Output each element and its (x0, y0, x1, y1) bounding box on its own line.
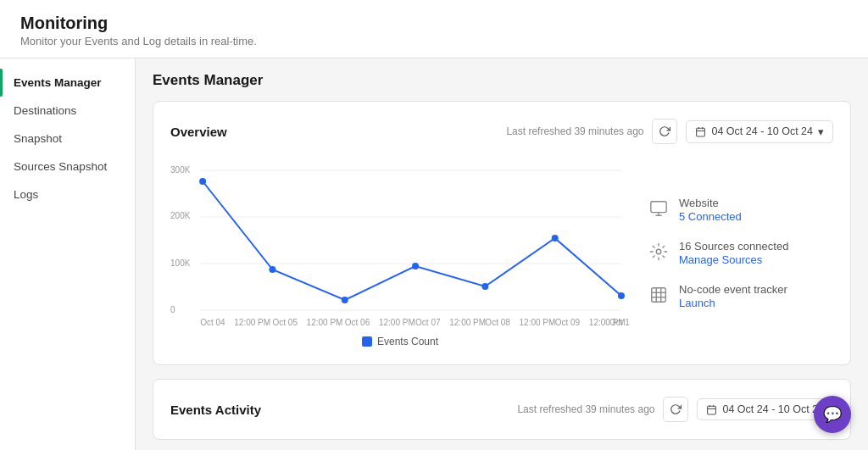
info-website: Website 5 Connected (647, 197, 833, 223)
chart-line (203, 181, 621, 300)
info-sources: 16 Sources connected Manage Sources (647, 240, 833, 266)
sidebar-item-sources-snapshot[interactable]: Sources Snapshot (0, 153, 135, 181)
x-oct09: Oct 09 (555, 318, 581, 327)
overview-title: Overview (170, 125, 227, 139)
sources-icon (647, 240, 670, 264)
x-1200-2: 12:00 PM (307, 318, 343, 327)
main-content: Events Manager Overview Last refreshed 3… (136, 58, 868, 450)
page-heading: Monitoring (20, 14, 848, 33)
svg-rect-8 (651, 201, 666, 212)
chart-dot-5 (481, 283, 488, 290)
overview-controls: Last refreshed 39 minutes ago (506, 119, 833, 144)
manage-sources-link[interactable]: Manage Sources (679, 253, 762, 266)
page-title: Events Manager (153, 72, 851, 89)
activity-refresh-text: Last refreshed 39 minutes ago (517, 403, 654, 415)
launch-link[interactable]: Launch (679, 297, 715, 309)
chart-container: 300K 200K 100K 0 Oct 04 12:00 PM (170, 158, 630, 347)
x-oct06: Oct 06 (345, 318, 370, 327)
svg-rect-12 (652, 287, 666, 302)
overview-card: Overview Last refreshed 39 minutes ago (153, 101, 851, 365)
line-chart: 300K 200K 100K 0 Oct 04 12:00 PM (170, 158, 630, 327)
activity-refresh-icon (670, 403, 682, 415)
chart-dot-4 (412, 263, 419, 269)
x-oct04: Oct 04 (200, 318, 225, 327)
main-layout: Events Manager Destinations Snapshot Sou… (0, 58, 868, 450)
activity-date-picker[interactable]: 04 Oct 24 - 10 Oct 24 (697, 398, 833, 420)
tracker-info-text: No-code event tracker Launch (679, 283, 833, 309)
overview-body: 300K 200K 100K 0 Oct 04 12:00 PM (170, 158, 833, 347)
svg-rect-0 (697, 128, 705, 136)
page-subtitle: Monitor your Events and Log details in r… (20, 35, 848, 47)
chart-area: 300K 200K 100K 0 Oct 04 12:00 PM (170, 158, 630, 327)
chevron-down-icon: ▾ (818, 125, 824, 138)
x-1200-5: 12:00 PM (520, 318, 556, 327)
chat-icon: 💬 (823, 405, 842, 424)
x-oct05: Oct 05 (272, 318, 298, 327)
sidebar-item-events-manager[interactable]: Events Manager (0, 69, 135, 97)
svg-rect-17 (708, 406, 716, 414)
sidebar-item-logs[interactable]: Logs (0, 181, 135, 208)
overview-date-range: 04 Oct 24 - 10 Oct 24 (711, 125, 813, 137)
x-oct10: Oct 10 (609, 318, 630, 327)
x-1200-4: 12:00 PM (449, 318, 486, 327)
x-1200-3: 12:00 PM (379, 318, 415, 327)
chat-fab[interactable]: 💬 (814, 396, 851, 433)
legend-label: Events Count (377, 336, 438, 347)
sources-info-text: 16 Sources connected Manage Sources (679, 240, 833, 266)
overview-card-header: Overview Last refreshed 39 minutes ago (170, 119, 833, 144)
monitor-icon (647, 197, 670, 220)
sidebar: Events Manager Destinations Snapshot Sou… (0, 58, 136, 450)
chart-dot-6 (552, 235, 559, 242)
info-tracker: No-code event tracker Launch (647, 283, 833, 309)
calendar-icon (695, 126, 706, 137)
overview-refresh-button[interactable] (652, 119, 677, 144)
legend-dot (362, 336, 372, 347)
chart-dot-7 (618, 292, 625, 299)
chart-legend: Events Count (170, 336, 630, 347)
activity-refresh-button[interactable] (663, 397, 688, 422)
chart-dot-2 (269, 266, 275, 273)
y-label-300k: 300K (170, 165, 191, 175)
activity-controls: Last refreshed 39 minutes ago (517, 397, 833, 422)
tracker-label: No-code event tracker (679, 283, 833, 296)
y-label-100k: 100K (170, 258, 191, 268)
chart-info-sidebar: Website 5 Connected 16 Sources co (647, 158, 833, 347)
activity-card: Events Activity Last refreshed 39 minute… (153, 379, 851, 440)
website-info-text: Website 5 Connected (679, 197, 833, 223)
x-oct08: Oct 08 (485, 318, 510, 327)
activity-date-range: 04 Oct 24 - 10 Oct 24 (722, 403, 824, 415)
x-1200-1: 12:00 PM (234, 318, 270, 327)
sources-label: 16 Sources connected (679, 240, 833, 253)
svg-point-11 (656, 249, 661, 254)
website-label: Website (679, 197, 833, 209)
activity-calendar-icon (706, 404, 717, 415)
activity-title: Events Activity (170, 403, 261, 417)
sidebar-item-snapshot[interactable]: Snapshot (0, 125, 135, 153)
y-label-200k: 200K (170, 211, 191, 220)
refresh-icon (659, 125, 670, 137)
chart-dot-1 (199, 178, 206, 185)
website-connected-link[interactable]: 5 Connected (679, 210, 742, 223)
x-oct07: Oct 07 (415, 318, 441, 327)
overview-refresh-text: Last refreshed 39 minutes ago (506, 125, 643, 137)
y-label-0: 0 (170, 305, 175, 314)
tracker-icon (647, 283, 670, 307)
sidebar-item-destinations[interactable]: Destinations (0, 97, 135, 125)
overview-date-picker[interactable]: 04 Oct 24 - 10 Oct 24 ▾ (686, 120, 833, 143)
chart-dot-3 (342, 297, 348, 303)
top-header: Monitoring Monitor your Events and Log d… (0, 0, 868, 58)
activity-card-header: Events Activity Last refreshed 39 minute… (170, 397, 833, 422)
